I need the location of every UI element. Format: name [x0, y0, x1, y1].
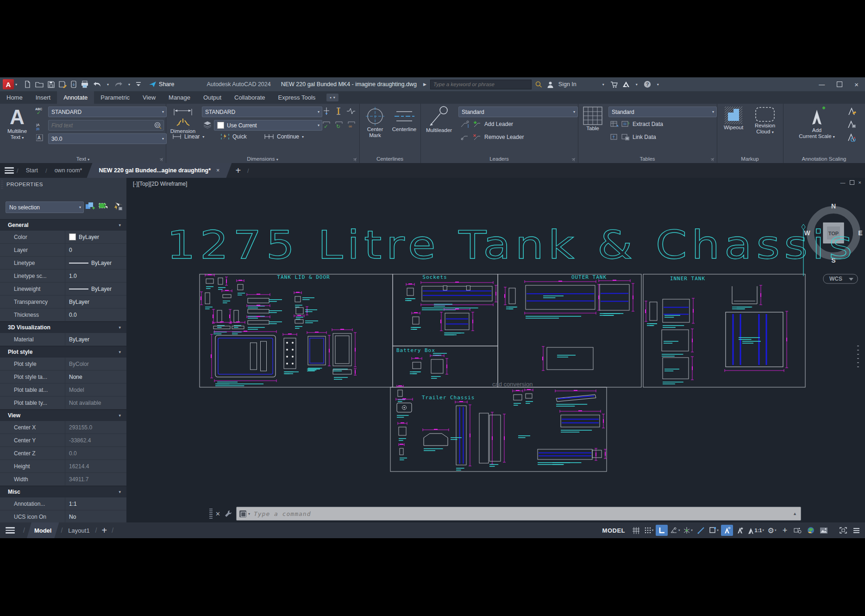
- text-style-icon[interactable]: A: [36, 134, 44, 142]
- command-line-close-icon[interactable]: ✕: [215, 510, 220, 517]
- close-button[interactable]: ×: [854, 81, 859, 88]
- section-collapse-icon[interactable]: ▾: [119, 325, 121, 330]
- property-row[interactable]: Plot style ta...None: [0, 371, 126, 383]
- add-leader-label[interactable]: Add Leader: [484, 121, 513, 127]
- property-value[interactable]: Not available: [65, 396, 126, 409]
- property-value[interactable]: 1.0: [65, 270, 126, 282]
- autodesk-app-icon[interactable]: [622, 81, 630, 88]
- property-row[interactable]: TransparencyByLayer: [0, 295, 126, 308]
- mleader-collect-icon[interactable]: [460, 133, 470, 141]
- property-value[interactable]: 0.0: [65, 308, 126, 321]
- property-value[interactable]: ByColor: [65, 358, 126, 370]
- autoscale-icon[interactable]: [734, 525, 746, 536]
- section-collapse-icon[interactable]: ▾: [119, 413, 121, 418]
- section-header-general[interactable]: General▾: [0, 219, 126, 231]
- ribbon-tab-express-tools[interactable]: Express Tools: [272, 91, 322, 104]
- save-icon[interactable]: [48, 81, 55, 88]
- help-caret-icon[interactable]: ▾: [657, 82, 659, 87]
- app-menu-caret-icon[interactable]: ▾: [15, 82, 17, 87]
- property-value[interactable]: -33862.4: [65, 434, 126, 446]
- open-folder-icon[interactable]: [35, 81, 44, 88]
- property-row[interactable]: Linetype sc...1.0: [0, 270, 126, 283]
- dim-layer-dropdown[interactable]: Use Current▾: [214, 120, 322, 131]
- dim-style-dropdown[interactable]: STANDARD▾: [202, 107, 322, 117]
- find-text-input[interactable]: [49, 122, 154, 129]
- section-header-misc[interactable]: Misc▾: [0, 486, 126, 497]
- save-as-icon[interactable]: [59, 81, 67, 88]
- leaders-panel-launcher-icon[interactable]: [571, 157, 576, 161]
- property-row[interactable]: Center Z0.0: [0, 447, 126, 460]
- command-prompt-icon[interactable]: [239, 510, 246, 517]
- table-cell-icon[interactable]: [610, 120, 619, 128]
- osnap-tracking-icon[interactable]: [695, 525, 707, 536]
- model-tab[interactable]: Model: [27, 522, 59, 538]
- isolate-objects-icon[interactable]: [792, 525, 804, 536]
- section-header-3d-visualization[interactable]: 3D Visualization▾: [0, 321, 126, 333]
- undo-icon[interactable]: [93, 82, 101, 88]
- ortho-toggle-icon[interactable]: [656, 525, 668, 536]
- property-row[interactable]: Thickness0.0: [0, 308, 126, 321]
- property-row[interactable]: ColorByLayer: [0, 231, 126, 244]
- centerline-button[interactable]: Centerline: [390, 106, 419, 132]
- annotation-scale-button[interactable]: 1:1▾: [747, 525, 765, 536]
- ribbon-tab-home[interactable]: Home: [0, 91, 29, 104]
- property-row[interactable]: Center X293155.0: [0, 421, 126, 434]
- isodraft-icon[interactable]: ▾: [682, 525, 694, 536]
- annotation-visibility-icon[interactable]: [721, 525, 733, 536]
- center-mark-button[interactable]: Center Mark: [362, 106, 388, 138]
- viewcube-label[interactable]: E: [858, 229, 862, 237]
- wipeout-button[interactable]: Wipeout: [721, 106, 746, 131]
- viewcube-label[interactable]: N: [831, 202, 836, 210]
- property-value[interactable]: 0: [65, 244, 126, 256]
- property-value[interactable]: ByLayer: [65, 295, 126, 308]
- multileader-button[interactable]: Multileader: [422, 106, 456, 133]
- mleader-style-dropdown[interactable]: Standard▾: [458, 107, 578, 117]
- signin-caret-icon[interactable]: ▾: [602, 82, 604, 87]
- remove-leader-label[interactable]: Remove Leader: [484, 134, 524, 140]
- quick-select-icon[interactable]: [113, 201, 123, 211]
- property-value[interactable]: ByLayer: [65, 333, 126, 346]
- workspace-gear-icon[interactable]: ⚙▾: [766, 525, 778, 536]
- table-upload-icon[interactable]: [610, 133, 619, 141]
- dim-chain-icon[interactable]: ∞: [347, 120, 356, 129]
- polar-tracking-icon[interactable]: ▾: [669, 525, 681, 536]
- autocad-logo-icon[interactable]: A: [3, 79, 14, 89]
- dimensions-panel-launcher-icon[interactable]: [353, 157, 357, 161]
- property-row[interactable]: Width34911.7: [0, 473, 126, 486]
- qat-customize-icon[interactable]: [136, 82, 141, 87]
- toggle-pickadd-icon[interactable]: [85, 201, 95, 211]
- find-search-icon[interactable]: [154, 122, 162, 129]
- find-text-field[interactable]: [48, 120, 164, 131]
- command-line-wrench-icon[interactable]: [224, 509, 232, 518]
- add-leader-icon[interactable]: [472, 120, 482, 128]
- mleader-align-icon[interactable]: [460, 120, 470, 128]
- property-value[interactable]: No: [65, 510, 126, 522]
- property-row[interactable]: MaterialByLayer: [0, 333, 126, 346]
- continue-button[interactable]: Continue▾: [264, 133, 304, 140]
- status-customize-icon[interactable]: [850, 525, 862, 536]
- table-button[interactable]: Table: [580, 106, 606, 132]
- command-input[interactable]: [253, 510, 793, 518]
- layout-menu-icon[interactable]: [6, 526, 15, 535]
- property-row[interactable]: LineweightByLayer: [0, 283, 126, 295]
- clean-screen-icon[interactable]: [818, 525, 830, 536]
- property-row[interactable]: Annotation...1:1: [0, 497, 126, 510]
- dim-update-icon[interactable]: ↻: [335, 120, 343, 129]
- redo-icon[interactable]: [114, 82, 123, 88]
- grid-toggle-icon[interactable]: [630, 525, 642, 536]
- help-icon[interactable]: ?: [644, 81, 651, 88]
- ribbon-tab-insert[interactable]: Insert: [29, 91, 57, 104]
- property-row[interactable]: Plot table at...Model: [0, 383, 126, 396]
- share-button[interactable]: Share: [149, 81, 174, 88]
- check-spelling-icon[interactable]: ABC✓: [35, 107, 42, 114]
- dimension-button[interactable]: Dimension: [169, 106, 197, 134]
- ribbon-tab-output[interactable]: Output: [197, 91, 228, 104]
- extract-data-label[interactable]: Extract Data: [633, 121, 663, 127]
- tab-close-icon[interactable]: ×: [216, 167, 219, 174]
- minimize-button[interactable]: —: [819, 81, 825, 88]
- select-objects-icon[interactable]: [99, 201, 109, 211]
- new-file-icon[interactable]: [24, 81, 31, 88]
- model-space-label[interactable]: MODEL: [602, 527, 625, 534]
- quick-dimension-button[interactable]: Quick: [220, 133, 247, 140]
- property-value[interactable]: ByLayer: [65, 283, 126, 295]
